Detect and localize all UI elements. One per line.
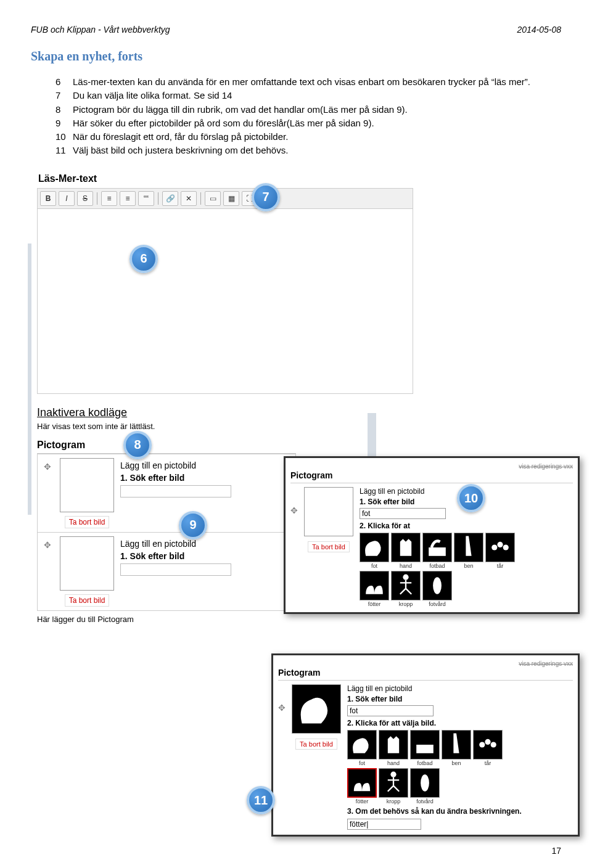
list-num: 9	[56, 117, 73, 129]
remove-image-button[interactable]: Ta bort bild	[65, 516, 110, 528]
badge-10: 10	[457, 484, 485, 512]
thumb-fot[interactable]	[347, 730, 377, 760]
hr-button[interactable]: ▭	[205, 191, 221, 206]
overlay-add-label: Lägg till en pictobild	[347, 684, 573, 693]
ordered-list-button[interactable]: ≡	[120, 191, 136, 206]
picto-step1: 1. Sök efter bild	[120, 473, 292, 483]
thumb-fotvard[interactable]	[422, 571, 452, 600]
blockquote-button[interactable]: ““	[138, 191, 154, 206]
image-button[interactable]: ▦	[223, 191, 239, 206]
overlay-thumbs-row: fötter kropp fotvård	[347, 768, 573, 805]
overlay-remove-button[interactable]: Ta bort bild	[295, 739, 337, 750]
thumb-fotbad[interactable]	[422, 533, 452, 562]
strike-button[interactable]: S	[77, 191, 93, 206]
thumb-label: fotbad	[422, 563, 452, 569]
move-handle-icon[interactable]: ✥	[290, 487, 298, 607]
link-button[interactable]: 🔗	[162, 191, 178, 206]
badge-11: 11	[247, 786, 275, 814]
section-title: Skapa en nyhet, forts	[31, 49, 561, 63]
inaktivera-title[interactable]: Inaktivera kodläge	[37, 406, 561, 419]
thumb-label: tår	[485, 563, 515, 569]
thumb-label: fötter	[360, 601, 389, 607]
thumb-label: kropp	[379, 798, 408, 805]
overlay-search-input[interactable]: fot	[360, 508, 446, 519]
thumb-hand[interactable]	[379, 730, 408, 760]
move-handle-icon[interactable]: ✥	[41, 458, 54, 475]
overlay-slot[interactable]	[304, 487, 353, 536]
list-text: Pictogram bör du lägga till din rubrik, …	[73, 104, 408, 116]
thumb-label: fotvård	[410, 798, 440, 805]
pictogram-overlay-11: visa redigerings vxx Pictogram ✥ Ta bort…	[271, 653, 580, 837]
page-header: FUB och Klippan - Vårt webbverktyg 2014-…	[31, 25, 561, 35]
overlay-title: Pictogram	[278, 668, 573, 681]
thumb-tar[interactable]	[485, 533, 515, 562]
pictogram-title: Pictogram	[37, 437, 296, 453]
svg-point-8	[485, 739, 490, 745]
picto-slot[interactable]	[60, 536, 114, 591]
picto-add-label: Lägg till en pictobild	[120, 461, 292, 470]
remove-image-button[interactable]: Ta bort bild	[65, 594, 110, 607]
overlay-desc-input[interactable]: fötter|	[347, 819, 421, 830]
page-number: 17	[551, 846, 561, 856]
overlay-thumbs-row: fot hand fotbad ben tår	[360, 533, 573, 569]
thumb-label: fotbad	[410, 760, 440, 766]
picto-search-input[interactable]	[120, 485, 231, 497]
thumb-ben[interactable]	[454, 533, 483, 562]
thumb-fotvard[interactable]	[410, 768, 440, 798]
svg-point-5	[433, 577, 442, 594]
svg-rect-0	[429, 547, 446, 556]
thumb-label: hand	[391, 563, 421, 569]
thumb-fotbad[interactable]	[410, 730, 440, 760]
thumb-fot[interactable]	[360, 533, 389, 562]
thumb-fotter-selected[interactable]	[347, 768, 377, 798]
thumb-kropp[interactable]	[391, 571, 421, 600]
overlay-remove-button[interactable]: Ta bort bild	[308, 541, 350, 552]
bold-button[interactable]: B	[40, 191, 56, 206]
instruction-list: 6Läs-mer-texten kan du använda för en me…	[56, 76, 561, 157]
svg-point-9	[491, 742, 496, 747]
svg-point-3	[503, 544, 509, 550]
overlay-step2: 2. Klicka för at	[360, 522, 573, 530]
unlink-button[interactable]: ✕	[181, 191, 197, 206]
list-num: 6	[56, 76, 73, 88]
svg-point-2	[497, 542, 503, 547]
picto-slot[interactable]	[60, 458, 114, 512]
thumb-label: tår	[473, 760, 503, 766]
picto-search-input[interactable]	[120, 563, 231, 576]
overlay-step3: 3. Om det behövs så kan du ändra beskriv…	[347, 807, 573, 816]
thumb-tar[interactable]	[473, 730, 503, 760]
thumb-fotter[interactable]	[360, 571, 389, 600]
badge-7: 7	[252, 183, 280, 211]
thumb-ben[interactable]	[442, 730, 471, 760]
overlay-title: Pictogram	[290, 470, 573, 483]
list-text: Du kan välja lite olika format. Se sid 1…	[73, 89, 232, 102]
thumb-label: kropp	[391, 601, 421, 607]
list-text: Välj bäst bild och justera beskrivning o…	[73, 144, 288, 157]
thumb-label: fotvård	[422, 601, 452, 607]
editor-toolbar: B I S ≡ ≡ ““ 🔗 ✕ ▭ ▦ ⛶	[37, 188, 413, 209]
overlay-step2: 2. Klicka för att välja bild.	[347, 719, 573, 727]
svg-point-10	[390, 772, 396, 777]
overlay-topbar: visa redigerings vxx	[278, 660, 573, 668]
thumb-label: fot	[347, 760, 377, 766]
list-num: 10	[56, 131, 73, 143]
thumb-label: ben	[454, 563, 483, 569]
thumb-hand[interactable]	[391, 533, 421, 562]
move-handle-icon[interactable]: ✥	[278, 684, 286, 830]
move-handle-icon[interactable]: ✥	[41, 536, 54, 554]
overlay-topbar: visa redigerings vxx	[290, 463, 573, 470]
unordered-list-button[interactable]: ≡	[101, 191, 117, 206]
list-num: 7	[56, 89, 73, 102]
thumb-label: fot	[360, 563, 389, 569]
italic-button[interactable]: I	[59, 191, 75, 206]
svg-point-1	[491, 544, 497, 550]
overlay-search-input[interactable]: fot	[347, 705, 434, 716]
editor-body[interactable]	[37, 209, 413, 394]
thumb-label: ben	[442, 760, 471, 766]
list-num: 11	[56, 144, 73, 157]
overlay-thumbs-row: fötter kropp fotvård	[360, 571, 573, 607]
thumb-kropp[interactable]	[379, 768, 408, 798]
overlay-slot-filled[interactable]	[292, 684, 341, 734]
thumb-label: hand	[379, 760, 408, 766]
picto-step1: 1. Sök efter bild	[120, 551, 292, 561]
